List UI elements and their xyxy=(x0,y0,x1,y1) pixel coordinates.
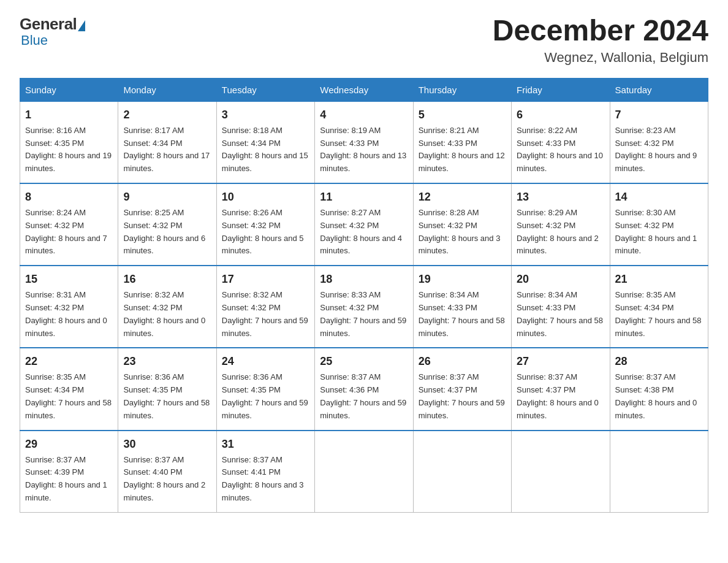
day-info: Sunrise: 8:35 AMSunset: 4:34 PMDaylight:… xyxy=(25,371,113,422)
calendar-cell: 29Sunrise: 8:37 AMSunset: 4:39 PMDayligh… xyxy=(20,431,118,513)
day-number: 1 xyxy=(25,107,113,123)
day-info: Sunrise: 8:30 AMSunset: 4:32 PMDaylight:… xyxy=(615,207,703,258)
calendar-cell: 6Sunrise: 8:22 AMSunset: 4:33 PMDaylight… xyxy=(512,101,610,183)
day-info: Sunrise: 8:16 AMSunset: 4:35 PMDaylight:… xyxy=(25,124,113,175)
calendar-cell: 18Sunrise: 8:33 AMSunset: 4:32 PMDayligh… xyxy=(315,266,413,348)
day-info: Sunrise: 8:25 AMSunset: 4:32 PMDaylight:… xyxy=(123,207,211,258)
day-info: Sunrise: 8:32 AMSunset: 4:32 PMDaylight:… xyxy=(123,289,211,340)
calendar-cell: 21Sunrise: 8:35 AMSunset: 4:34 PMDayligh… xyxy=(610,266,708,348)
day-number: 27 xyxy=(517,353,604,370)
calendar-cell: 4Sunrise: 8:19 AMSunset: 4:33 PMDaylight… xyxy=(315,101,413,183)
day-info: Sunrise: 8:37 AMSunset: 4:36 PMDaylight:… xyxy=(320,371,408,422)
calendar-cell: 9Sunrise: 8:25 AMSunset: 4:32 PMDaylight… xyxy=(118,183,216,266)
day-info: Sunrise: 8:22 AMSunset: 4:33 PMDaylight:… xyxy=(517,124,604,175)
day-number: 21 xyxy=(615,271,703,288)
day-info: Sunrise: 8:26 AMSunset: 4:32 PMDaylight:… xyxy=(222,207,309,258)
day-number: 13 xyxy=(517,189,604,205)
calendar-cell xyxy=(512,431,610,513)
day-info: Sunrise: 8:37 AMSunset: 4:39 PMDaylight:… xyxy=(25,454,113,505)
calendar-week-row: 1Sunrise: 8:16 AMSunset: 4:35 PMDaylight… xyxy=(20,101,708,183)
calendar-cell: 24Sunrise: 8:36 AMSunset: 4:35 PMDayligh… xyxy=(216,348,314,430)
col-wednesday: Wednesday xyxy=(315,78,413,101)
day-number: 14 xyxy=(615,189,703,205)
day-info: Sunrise: 8:24 AMSunset: 4:32 PMDaylight:… xyxy=(25,207,113,258)
day-number: 3 xyxy=(222,107,309,123)
day-number: 7 xyxy=(615,107,703,123)
day-number: 10 xyxy=(222,189,309,205)
day-number: 22 xyxy=(25,353,113,370)
day-number: 26 xyxy=(419,353,506,370)
day-info: Sunrise: 8:37 AMSunset: 4:41 PMDaylight:… xyxy=(222,454,309,505)
calendar-cell: 23Sunrise: 8:36 AMSunset: 4:35 PMDayligh… xyxy=(118,348,216,430)
day-info: Sunrise: 8:29 AMSunset: 4:32 PMDaylight:… xyxy=(517,207,604,258)
calendar-cell xyxy=(610,431,708,513)
day-number: 24 xyxy=(222,353,309,370)
calendar-week-row: 29Sunrise: 8:37 AMSunset: 4:39 PMDayligh… xyxy=(20,431,708,513)
calendar-cell: 11Sunrise: 8:27 AMSunset: 4:32 PMDayligh… xyxy=(315,183,413,266)
calendar-cell: 1Sunrise: 8:16 AMSunset: 4:35 PMDaylight… xyxy=(20,101,118,183)
day-info: Sunrise: 8:35 AMSunset: 4:34 PMDaylight:… xyxy=(615,289,703,340)
day-info: Sunrise: 8:31 AMSunset: 4:32 PMDaylight:… xyxy=(25,289,113,340)
day-info: Sunrise: 8:36 AMSunset: 4:35 PMDaylight:… xyxy=(123,371,211,422)
calendar-table: Sunday Monday Tuesday Wednesday Thursday… xyxy=(20,78,708,513)
logo-triangle-icon xyxy=(78,20,85,31)
col-friday: Friday xyxy=(512,78,610,101)
day-number: 30 xyxy=(123,436,211,453)
calendar-cell: 13Sunrise: 8:29 AMSunset: 4:32 PMDayligh… xyxy=(512,183,610,266)
calendar-week-row: 22Sunrise: 8:35 AMSunset: 4:34 PMDayligh… xyxy=(20,348,708,430)
day-info: Sunrise: 8:17 AMSunset: 4:34 PMDaylight:… xyxy=(123,124,211,175)
calendar-cell: 16Sunrise: 8:32 AMSunset: 4:32 PMDayligh… xyxy=(118,266,216,348)
day-info: Sunrise: 8:37 AMSunset: 4:37 PMDaylight:… xyxy=(419,371,506,422)
day-number: 17 xyxy=(222,271,309,288)
col-saturday: Saturday xyxy=(610,78,708,101)
calendar-cell xyxy=(413,431,511,513)
calendar-cell: 3Sunrise: 8:18 AMSunset: 4:34 PMDaylight… xyxy=(216,101,314,183)
month-title: December 2024 xyxy=(493,15,708,47)
calendar-cell: 31Sunrise: 8:37 AMSunset: 4:41 PMDayligh… xyxy=(216,431,314,513)
col-sunday: Sunday xyxy=(20,78,118,101)
day-number: 6 xyxy=(517,107,604,123)
day-info: Sunrise: 8:23 AMSunset: 4:32 PMDaylight:… xyxy=(615,124,703,175)
calendar-body: 1Sunrise: 8:16 AMSunset: 4:35 PMDaylight… xyxy=(20,101,708,512)
calendar-cell: 15Sunrise: 8:31 AMSunset: 4:32 PMDayligh… xyxy=(20,266,118,348)
day-info: Sunrise: 8:19 AMSunset: 4:33 PMDaylight:… xyxy=(320,124,408,175)
day-info: Sunrise: 8:18 AMSunset: 4:34 PMDaylight:… xyxy=(222,124,309,175)
day-number: 19 xyxy=(419,271,506,288)
calendar-cell: 5Sunrise: 8:21 AMSunset: 4:33 PMDaylight… xyxy=(413,101,511,183)
day-info: Sunrise: 8:37 AMSunset: 4:38 PMDaylight:… xyxy=(615,371,703,422)
day-number: 29 xyxy=(25,436,113,453)
calendar-cell: 25Sunrise: 8:37 AMSunset: 4:36 PMDayligh… xyxy=(315,348,413,430)
logo-general-text: General xyxy=(20,15,77,34)
calendar-cell: 26Sunrise: 8:37 AMSunset: 4:37 PMDayligh… xyxy=(413,348,511,430)
title-area: December 2024 Wegnez, Wallonia, Belgium xyxy=(493,15,708,66)
day-number: 4 xyxy=(320,107,408,123)
calendar-week-row: 8Sunrise: 8:24 AMSunset: 4:32 PMDaylight… xyxy=(20,183,708,266)
day-number: 15 xyxy=(25,271,113,288)
day-number: 16 xyxy=(123,271,211,288)
day-number: 11 xyxy=(320,189,408,205)
calendar-cell: 17Sunrise: 8:32 AMSunset: 4:32 PMDayligh… xyxy=(216,266,314,348)
calendar-cell: 28Sunrise: 8:37 AMSunset: 4:38 PMDayligh… xyxy=(610,348,708,430)
day-number: 23 xyxy=(123,353,211,370)
calendar-week-row: 15Sunrise: 8:31 AMSunset: 4:32 PMDayligh… xyxy=(20,266,708,348)
day-info: Sunrise: 8:27 AMSunset: 4:32 PMDaylight:… xyxy=(320,207,408,258)
header-row: Sunday Monday Tuesday Wednesday Thursday… xyxy=(20,78,708,101)
calendar-cell: 14Sunrise: 8:30 AMSunset: 4:32 PMDayligh… xyxy=(610,183,708,266)
col-tuesday: Tuesday xyxy=(216,78,314,101)
page-header: General Blue December 2024 Wegnez, Wallo… xyxy=(20,15,708,66)
day-info: Sunrise: 8:32 AMSunset: 4:32 PMDaylight:… xyxy=(222,289,309,340)
day-info: Sunrise: 8:37 AMSunset: 4:40 PMDaylight:… xyxy=(123,454,211,505)
day-info: Sunrise: 8:36 AMSunset: 4:35 PMDaylight:… xyxy=(222,371,309,422)
calendar-cell: 8Sunrise: 8:24 AMSunset: 4:32 PMDaylight… xyxy=(20,183,118,266)
location-text: Wegnez, Wallonia, Belgium xyxy=(493,50,708,66)
day-number: 9 xyxy=(123,189,211,205)
logo: General Blue xyxy=(20,15,86,48)
day-info: Sunrise: 8:28 AMSunset: 4:32 PMDaylight:… xyxy=(419,207,506,258)
day-number: 18 xyxy=(320,271,408,288)
calendar-cell xyxy=(315,431,413,513)
calendar-cell: 10Sunrise: 8:26 AMSunset: 4:32 PMDayligh… xyxy=(216,183,314,266)
day-number: 12 xyxy=(419,189,506,205)
col-thursday: Thursday xyxy=(413,78,511,101)
day-number: 20 xyxy=(517,271,604,288)
day-info: Sunrise: 8:34 AMSunset: 4:33 PMDaylight:… xyxy=(419,289,506,340)
